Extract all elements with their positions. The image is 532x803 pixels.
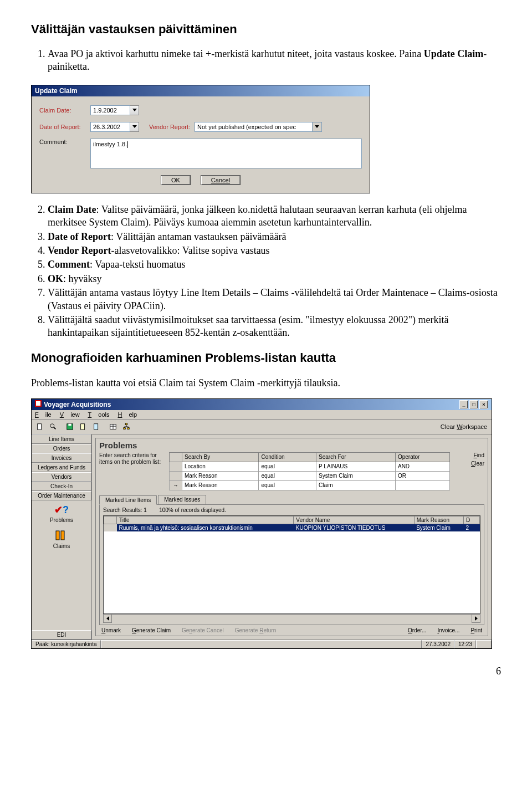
problems-panel: Problems Enter search criteria for items… <box>95 438 488 636</box>
sidebar-item-ledgers[interactable]: Ledgers and Funds <box>32 463 91 472</box>
ok-button[interactable]: OK <box>161 175 191 185</box>
svg-rect-8 <box>94 424 98 430</box>
menubar: File View Tools Help <box>32 410 492 420</box>
clear-workspace-button[interactable]: Clear Workspace <box>438 423 489 431</box>
col-operator: Operator <box>395 452 449 462</box>
horizontal-scrollbar[interactable] <box>103 614 480 622</box>
sidebar-item-edi[interactable]: EDI <box>32 630 91 640</box>
window-titlebar: Voyager Acquisitions _ □ × <box>32 399 492 410</box>
minimize-button[interactable]: _ <box>459 400 468 409</box>
svg-line-4 <box>54 427 56 429</box>
text-caret-icon <box>127 141 128 148</box>
result-row[interactable]: Ruumis, minä ja yhteisö: sosiaalisen kon… <box>104 524 480 531</box>
status-date: 27.3.2002 <box>422 640 454 648</box>
sidebar: Line Items Orders Invoices Ledgers and F… <box>32 434 92 640</box>
invoice-button[interactable]: Invoice... <box>437 627 459 633</box>
unmark-button[interactable]: Unmark <box>101 627 121 633</box>
chevron-down-icon <box>132 109 137 111</box>
menu-help[interactable]: Help <box>118 411 137 418</box>
menu-file[interactable]: File <box>35 411 52 418</box>
svg-rect-1 <box>36 401 40 406</box>
sidebar-item-invoices[interactable]: Invoices <box>32 453 91 463</box>
menu-view[interactable]: View <box>60 411 80 418</box>
toolbar-search-icon[interactable] <box>47 421 59 433</box>
app-icon <box>35 400 42 408</box>
comment-value: ilmestyy 1.8. <box>93 141 127 147</box>
status-time: 12:23 <box>454 640 476 648</box>
dialog-titlebar: Update Claim <box>32 85 370 96</box>
print-button[interactable]: Print <box>470 627 482 633</box>
section-heading-1: Välittäjän vastauksen päivittäminen <box>31 22 501 37</box>
col-search-by: Search By <box>182 452 259 462</box>
generate-claim-button[interactable]: Generate Claim <box>132 627 171 633</box>
svg-rect-12 <box>125 423 127 425</box>
list-item-4: Vendor Report-alasvetovalikko: Valitse s… <box>48 244 501 257</box>
scroll-left-button[interactable] <box>103 614 112 623</box>
tab-marked-issues[interactable]: Marked Issues <box>158 495 206 504</box>
toolbar: Clear Workspace <box>32 420 492 434</box>
col-search-for: Search For <box>316 452 396 462</box>
page-number: 6 <box>31 666 501 677</box>
tab-marked-line-items[interactable]: Marked Line Items <box>99 495 157 505</box>
li1-a: Avaa PO ja aktivoi karhuttu nimeke tai +… <box>48 48 424 59</box>
sidebar-item-vendors[interactable]: Vendors <box>32 472 91 482</box>
toolbar-new-icon[interactable] <box>34 421 46 433</box>
problems-icon: ✔? <box>54 504 69 516</box>
toolbar-save-icon[interactable] <box>64 421 76 433</box>
toolbar-hier-icon[interactable] <box>120 421 132 433</box>
rcol-title: Title <box>117 516 294 524</box>
search-row[interactable]: → Mark Reason equal Claim <box>170 480 450 490</box>
toolbar-doc2-icon[interactable] <box>77 421 89 433</box>
status-label: Pääk: kurssikirjahankinta <box>32 640 101 648</box>
sidebar-item-order-maintenance[interactable]: Order Maintenance <box>32 491 91 500</box>
date-of-report-input[interactable] <box>90 122 130 132</box>
vendor-report-select[interactable] <box>195 122 312 132</box>
rcol-d: D <box>464 516 480 524</box>
date-of-report-label: Date of Report: <box>39 124 90 130</box>
update-claim-dialog: Update Claim Claim Date: Date of Report:… <box>31 85 370 193</box>
vendor-report-dropdown-button[interactable] <box>312 122 322 132</box>
results-count: Search Results: 1 <box>103 507 147 513</box>
search-row[interactable]: Location equal P LAINAUS AND <box>170 462 450 471</box>
sidebar-item-line-items[interactable]: Line Items <box>32 434 91 444</box>
generate-return-button[interactable]: Generate Return <box>235 627 277 633</box>
voyager-acquisitions-window: Voyager Acquisitions _ □ × File View Too… <box>31 398 492 649</box>
svg-rect-6 <box>68 424 71 426</box>
menu-tools[interactable]: Tools <box>88 411 110 418</box>
sidebar-claims[interactable]: Claims <box>32 526 91 553</box>
toolbar-grid-icon[interactable] <box>107 421 119 433</box>
list-item-1: Avaa PO ja aktivoi karhuttu nimeke tai +… <box>48 48 501 74</box>
date-of-report-dropdown-button[interactable] <box>130 122 139 132</box>
claim-date-input[interactable] <box>90 105 130 115</box>
rcol-vendor: Vendor Name <box>294 516 414 524</box>
search-grid: Search By Condition Search For Operator … <box>169 452 450 490</box>
toolbar-doc3-icon[interactable] <box>90 421 103 433</box>
svg-rect-13 <box>124 428 126 429</box>
toolbar-sep2 <box>104 421 106 432</box>
svg-rect-20 <box>61 531 64 540</box>
panel-title: Problems <box>99 441 484 450</box>
bottom-actions: Unmark Generate Claim Generate Cancel Ge… <box>96 625 488 636</box>
list-item-7: Välittäjän antama vastaus löytyy Line It… <box>48 287 501 313</box>
cancel-button[interactable]: Cancel <box>201 175 241 185</box>
sidebar-item-orders[interactable]: Orders <box>32 444 91 453</box>
sidebar-problems[interactable]: ✔? Problems <box>32 500 91 526</box>
close-button[interactable]: × <box>479 400 488 409</box>
search-row[interactable]: Mark Reason equal System Claim OR <box>170 471 450 480</box>
order-button[interactable]: Order... <box>408 627 426 633</box>
scroll-right-button[interactable] <box>472 614 480 623</box>
chevron-left-icon <box>106 616 109 621</box>
clear-button[interactable]: Clear <box>471 461 484 467</box>
results-area: Search Results: 1 100% of records displa… <box>99 504 484 625</box>
list-item-8: Välittäjältä saadut viivästymisilmoituks… <box>48 314 501 340</box>
find-button[interactable]: Find <box>474 452 484 458</box>
paragraph-2: Problems-listan kautta voi etsiä Claim t… <box>31 376 501 390</box>
claim-date-dropdown-button[interactable] <box>130 105 139 115</box>
svg-rect-7 <box>81 424 85 430</box>
comment-textarea[interactable]: ilmestyy 1.8. <box>90 139 362 168</box>
generate-cancel-button[interactable]: Generate Cancel <box>182 627 224 633</box>
rcol-reason: Mark Reason <box>414 516 463 524</box>
maximize-button[interactable]: □ <box>469 400 478 409</box>
svg-rect-2 <box>38 424 42 430</box>
sidebar-item-checkin[interactable]: Check-In <box>32 482 91 491</box>
